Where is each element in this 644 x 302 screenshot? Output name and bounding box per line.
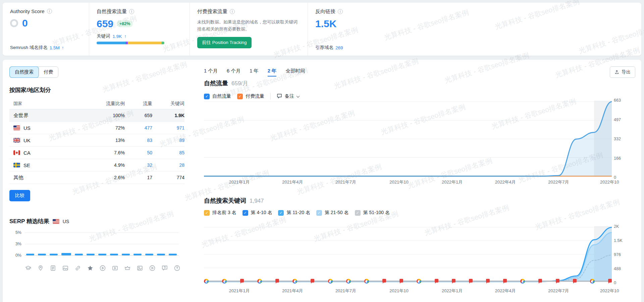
graduation-cap-icon[interactable]	[25, 265, 32, 271]
organic-traffic-toggle[interactable]: 自然流量	[204, 93, 231, 99]
checkbox-checked-icon[interactable]	[243, 210, 248, 216]
backlinks-value[interactable]: 1.5K	[315, 19, 336, 29]
traffic-value[interactable]: 477	[125, 125, 152, 131]
x-axis-tick: 2021年1月	[229, 288, 250, 294]
time-tab-0[interactable]: 1 个月	[204, 68, 218, 77]
google-update-marker-icon[interactable]	[257, 279, 262, 284]
serp-bar[interactable]	[110, 254, 118, 255]
google-update-marker-icon[interactable]	[222, 279, 227, 284]
play-circle-icon[interactable]	[99, 265, 106, 271]
note-flag-marker-icon[interactable]	[486, 279, 490, 283]
keywords-value[interactable]: 28	[152, 162, 184, 168]
serp-bar[interactable]	[61, 253, 71, 255]
x-axis-tick: 2022年10	[600, 179, 619, 185]
checkbox-checked-icon[interactable]	[204, 94, 210, 99]
traffic-value[interactable]: 83	[125, 138, 152, 143]
time-tab-4[interactable]: 全部时间	[285, 68, 305, 77]
export-button[interactable]: 导出	[610, 66, 635, 78]
info-icon[interactable]	[338, 9, 343, 14]
note-flag-marker-icon[interactable]	[608, 279, 612, 283]
info-icon[interactable]	[129, 9, 134, 14]
note-flag-marker-icon[interactable]	[382, 279, 386, 283]
serp-bar[interactable]	[50, 254, 58, 255]
serp-bar[interactable]	[169, 254, 177, 255]
checkbox-checked-icon[interactable]	[355, 210, 361, 216]
time-tab-1[interactable]: 6 个月	[227, 68, 240, 77]
location-pin-icon[interactable]	[37, 265, 44, 271]
keywords-value[interactable]: 85	[152, 150, 184, 155]
position-tracking-button[interactable]: 前往 Position Tracking	[197, 37, 252, 48]
google-update-marker-icon[interactable]	[417, 279, 421, 284]
tab-organic-search[interactable]: 自然搜索	[10, 67, 39, 78]
serp-bar[interactable]	[75, 254, 83, 255]
google-update-marker-icon[interactable]	[346, 279, 351, 284]
info-icon[interactable]	[47, 9, 52, 14]
photo-icon[interactable]	[137, 265, 143, 271]
note-flag-marker-icon[interactable]	[538, 279, 542, 283]
legend-position-1[interactable]: 第 4-10 名	[243, 210, 272, 216]
keywords-value[interactable]: 971	[152, 125, 184, 131]
organic-traffic-chart[interactable]	[204, 101, 612, 177]
notes-dropdown[interactable]: 备注	[277, 93, 299, 100]
comment-question-icon[interactable]	[161, 265, 168, 271]
keyword-intent-bar[interactable]	[97, 42, 164, 44]
referring-domains-link[interactable]: 269	[335, 45, 343, 50]
legend-position-3[interactable]: 第 21-50 名	[316, 210, 349, 216]
legend-position-0[interactable]: 排名前 3 名	[204, 210, 236, 216]
compare-button[interactable]: 比较	[9, 190, 30, 201]
note-flag-marker-icon[interactable]	[240, 279, 244, 283]
note-flag-marker-icon[interactable]	[311, 279, 314, 283]
google-update-marker-icon[interactable]	[204, 279, 209, 284]
traffic-value[interactable]: 32	[125, 162, 152, 168]
serp-bar[interactable]	[122, 254, 130, 255]
legend-position-2[interactable]: 第 11-20 名	[278, 210, 310, 216]
legend-position-4[interactable]: 第 51-100 名	[355, 210, 390, 216]
google-update-marker-icon[interactable]	[590, 279, 595, 284]
google-update-marker-icon[interactable]	[520, 279, 525, 284]
checkbox-checked-icon[interactable]	[316, 210, 322, 216]
note-flag-marker-icon[interactable]	[556, 279, 559, 283]
serp-gridline	[25, 233, 179, 233]
play-circle-icon[interactable]	[149, 265, 156, 271]
google-update-marker-icon[interactable]	[364, 279, 369, 284]
note-flag-marker-icon[interactable]	[573, 279, 577, 283]
serp-bar[interactable]	[38, 254, 46, 255]
google-update-marker-icon[interactable]	[328, 279, 333, 284]
keywords-count-link[interactable]: 1.9K	[113, 34, 122, 39]
note-flag-marker-icon[interactable]	[452, 279, 455, 283]
traffic-value[interactable]: 50	[125, 150, 152, 155]
serp-bar[interactable]	[87, 254, 95, 255]
organic-traffic-value[interactable]: 659	[97, 19, 113, 29]
note-flag-marker-icon[interactable]	[399, 279, 403, 283]
video-icon[interactable]	[112, 265, 118, 271]
note-flag-marker-icon[interactable]	[469, 279, 473, 283]
serp-features-chart[interactable]: 5%3%0%	[9, 231, 179, 260]
checkbox-checked-icon[interactable]	[278, 210, 284, 216]
domain-rank-link[interactable]: 1.5M	[50, 45, 60, 50]
serp-bar[interactable]	[145, 254, 153, 255]
serp-bar[interactable]	[98, 254, 106, 255]
serp-bar[interactable]	[157, 254, 165, 255]
x-axis-tick: 2022年7月	[548, 288, 569, 294]
google-update-marker-icon[interactable]	[292, 279, 297, 284]
time-tab-3[interactable]: 2 年	[268, 68, 277, 77]
star-icon[interactable]	[87, 265, 94, 271]
serp-bar[interactable]	[26, 254, 34, 255]
organic-keywords-chart[interactable]	[204, 226, 612, 283]
article-icon[interactable]	[50, 265, 56, 271]
paid-traffic-toggle[interactable]: 付费流量	[237, 93, 264, 99]
checkbox-checked-icon[interactable]	[204, 210, 210, 216]
checkbox-checked-icon[interactable]	[237, 94, 243, 99]
note-flag-marker-icon[interactable]	[503, 279, 507, 283]
note-flag-marker-icon[interactable]	[435, 279, 438, 283]
keywords-value[interactable]: 89	[152, 138, 184, 143]
crown-icon[interactable]	[124, 265, 131, 271]
info-icon[interactable]	[230, 9, 235, 14]
serp-bar[interactable]	[133, 254, 142, 255]
tab-paid[interactable]: 付费	[39, 67, 58, 78]
image-icon[interactable]	[62, 265, 69, 271]
time-tab-2[interactable]: 1 年	[250, 68, 259, 77]
note-flag-marker-icon[interactable]	[275, 279, 279, 283]
link-icon[interactable]	[74, 265, 81, 271]
help-circle-icon[interactable]	[174, 265, 180, 271]
